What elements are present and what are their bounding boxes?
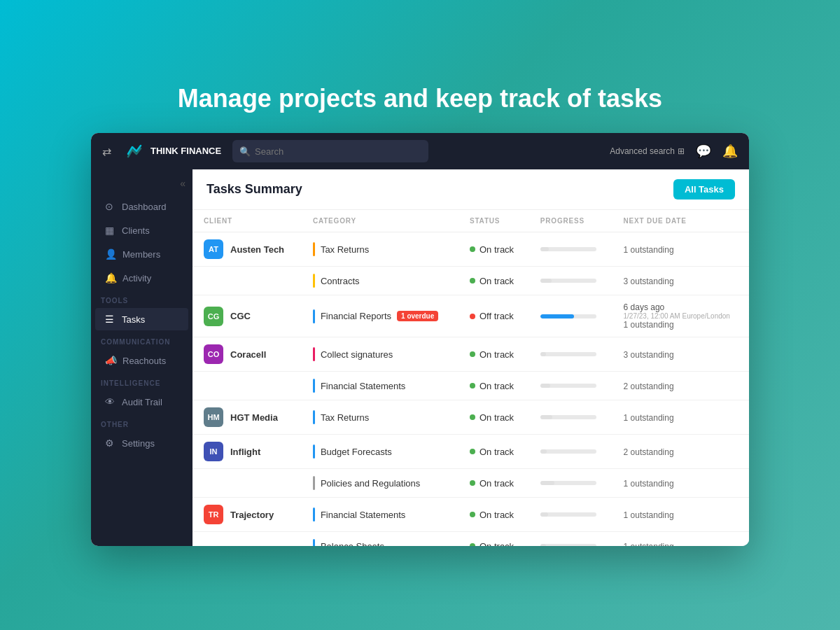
app-window: ⇄ THINK FINANCE 🔍 Advanced search ⊞ 💬 🔔 [91,133,749,546]
search-bar[interactable]: 🔍 [232,140,428,162]
category-name: Financial Statements [321,381,405,391]
status-cell: On track [458,532,529,547]
status-cell: On track [458,498,529,532]
sidebar-item-label-tasks: Tasks [122,314,145,325]
logo-text: THINK FINANCE [150,146,221,157]
client-name: HGT Media [230,412,278,423]
progress-cell [529,295,612,337]
due-date-cell: 3 outstanding [612,267,749,295]
sidebar-section-tools: TOOLS [91,290,192,307]
progress-bar-fill [540,279,552,283]
outstanding-label: 1 outstanding [624,510,674,520]
status-dot [470,414,475,420]
advanced-search-label: Advanced search [610,146,675,156]
sidebar-collapse-area: « [91,175,192,195]
all-tasks-button[interactable]: All Tasks [673,179,735,200]
notifications-icon[interactable]: 🔔 [722,144,738,159]
status-label: On track [479,349,514,360]
progress-bar-fill [540,314,574,318]
progress-bar-bg [540,352,596,356]
overdue-badge: 1 overdue [397,311,438,321]
status-dot [470,314,475,319]
sidebar-item-tasks[interactable]: ☰ Tasks [95,308,188,330]
client-avatar: TR [204,505,223,524]
category-cell: Financial Statements [302,372,458,400]
category-name: Balance Sheets [321,541,384,547]
progress-bar-bg [540,415,596,419]
status-cell: On track [458,337,529,372]
outstanding-label: 1 outstanding [624,479,674,489]
category-cell: Contracts [302,267,458,295]
status-dot [470,246,475,252]
client-cell: IN Inflight [192,435,302,469]
clients-icon: ▦ [105,225,116,236]
status-dot [470,543,475,546]
progress-cell [529,498,612,532]
status-dot [470,278,475,284]
progress-bar-fill [540,247,549,251]
sidebar-section-communication: COMMUNICATION [91,331,192,349]
sidebar-item-clients[interactable]: ▦ Clients [95,219,188,241]
col-progress: PROGRESS [529,210,612,232]
client-cell [192,469,302,498]
sidebar-item-settings[interactable]: ⚙ Settings [95,432,188,454]
sidebar-collapse-button[interactable]: « [180,178,186,189]
client-cell: HM HGT Media [192,400,302,435]
sidebar-item-activity[interactable]: 🔔 Activity [95,267,188,289]
client-avatar: CO [204,344,223,364]
sidebar: « ⊙ Dashboard ▦ Clients 👤 Members 🔔 Acti… [91,169,192,546]
status-label: On track [479,276,514,286]
tasks-table-container: CLIENT CATEGORY STATUS PROGRESS NEXT DUE… [192,210,749,546]
category-bar [313,444,315,458]
progress-bar-bg [540,314,596,318]
col-category: CATEGORY [302,210,458,232]
client-cell [192,372,302,400]
progress-cell [529,337,612,372]
client-cell: CG CGC [192,295,302,337]
status-cell: On track [458,232,529,267]
table-row: CG CGC Financial Reports 1 overdue Off t… [192,295,749,337]
due-date-cell: 2 outstanding [612,435,749,469]
progress-bar-fill [540,449,547,454]
progress-bar-bg [540,247,596,251]
sidebar-item-label-clients: Clients [122,225,150,236]
sidebar-item-members[interactable]: 👤 Members [95,243,188,265]
reachouts-icon: 📣 [105,355,117,366]
progress-bar-bg [540,384,596,388]
status-label: On track [479,381,514,391]
due-date-cell: 1 outstanding [612,532,749,547]
sidebar-item-audit-trail[interactable]: 👁 Audit Trail [95,391,188,413]
category-cell: Balance Sheets [302,532,458,547]
status-cell: Off track [458,295,529,337]
status-dot [470,449,475,454]
status-label: On track [479,510,514,520]
sidebar-item-reachouts[interactable]: 📣 Reachouts [95,349,188,372]
search-input[interactable] [255,146,421,157]
chat-icon[interactable]: 💬 [696,144,711,159]
logo: THINK FINANCE [122,140,221,162]
category-bar [313,274,315,288]
category-bar [313,347,315,361]
outstanding-label: 1 outstanding [624,413,674,423]
status-label: On track [479,412,514,423]
progress-bar-fill [540,415,553,419]
table-row: IN Inflight Budget Forecasts On track 2 … [192,435,749,469]
table-row: TR Trajectory Financial Statements On tr… [192,498,749,532]
progress-bar-fill [540,481,554,485]
progress-bar-bg [540,279,596,283]
sidebar-item-dashboard[interactable]: ⊙ Dashboard [95,195,188,218]
progress-bar-bg [540,544,596,546]
members-icon: 👤 [105,248,117,260]
tasks-icon: ☰ [105,314,116,325]
category-name: Financial Statements [321,510,405,520]
category-name: Contracts [321,276,360,286]
tasks-summary-title: Tasks Summary [206,182,302,197]
advanced-search-button[interactable]: Advanced search ⊞ [610,146,685,156]
sidebar-item-label-members: Members [122,249,160,260]
sidebar-toggle-icon[interactable]: ⇄ [102,145,111,158]
outstanding-label: 2 outstanding [624,382,674,391]
dashboard-icon: ⊙ [105,201,116,212]
client-name: CGC [230,311,251,321]
due-date-sub: 1/27/23, 12:00 AM Europe/London [624,312,738,320]
due-date-cell: 1 outstanding [612,469,749,498]
